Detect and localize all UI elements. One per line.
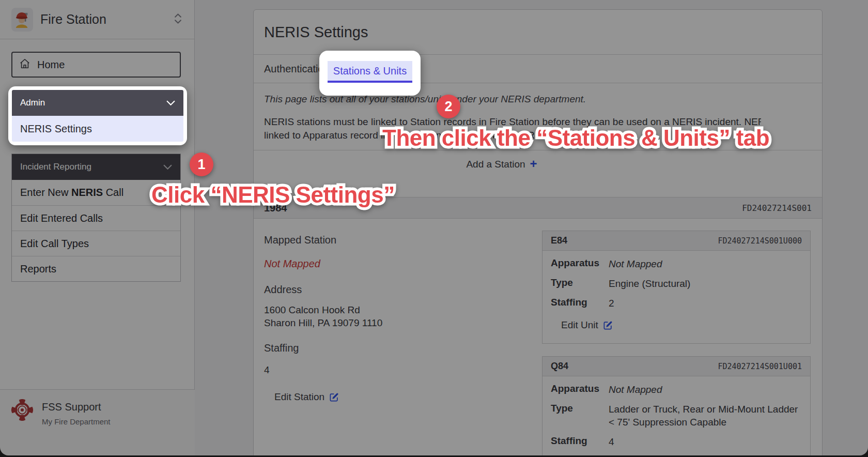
tab-stations-and-units[interactable]: Stations & Units — [328, 61, 412, 83]
nav-header-admin[interactable]: Admin — [12, 90, 183, 116]
admin-header-label: Admin — [20, 98, 45, 108]
annotation-step-1: Click “NERIS Settings” Click “NERIS Sett… — [151, 182, 395, 208]
step-2-badge: 2 — [437, 95, 460, 118]
neris-settings-label: NERIS Settings — [20, 123, 92, 135]
tutorial-dim-overlay — [0, 0, 868, 457]
annotation-text: Then click the “Stations & Units” tab — [382, 125, 769, 151]
annotation-step-2: Then click the “Stations & Units” tab Th… — [382, 125, 769, 151]
step-1-badge: 1 — [190, 153, 213, 176]
annotation-text: Click “NERIS Settings” — [151, 182, 395, 208]
spotlight-admin-group: Admin NERIS Settings — [8, 86, 187, 145]
app-window: Fire Station Home Admin NERIS Setti — [0, 0, 868, 457]
chevron-down-icon — [166, 100, 175, 106]
spotlight-stations-units-tab: Stations & Units — [319, 51, 421, 96]
sidebar-item-neris-settings[interactable]: NERIS Settings — [12, 116, 183, 142]
